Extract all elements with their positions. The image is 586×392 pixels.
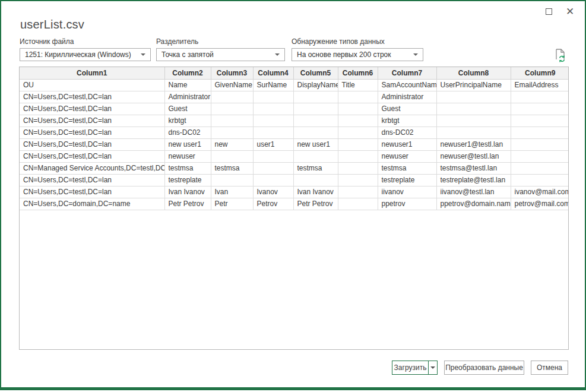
- table-cell: [511, 127, 569, 138]
- transform-data-button[interactable]: Преобразовать данные: [444, 361, 524, 375]
- load-button[interactable]: Загрузить: [392, 361, 428, 374]
- table-cell: new user1: [164, 138, 211, 150]
- load-dropdown-button[interactable]: [428, 361, 437, 374]
- chevron-down-icon: [275, 53, 280, 56]
- table-cell: Ivanov: [253, 186, 293, 198]
- table-cell: CN=Users,DC=testl,DC=lan: [20, 103, 164, 115]
- maximize-button[interactable]: [541, 5, 556, 18]
- table-cell: [211, 103, 253, 115]
- table-cell: newuser: [378, 150, 436, 162]
- preview-table: Column1Column2Column3Column4Column5Colum…: [20, 67, 569, 210]
- table-cell: OU: [20, 79, 164, 91]
- close-button[interactable]: ✕: [562, 5, 578, 18]
- table-cell: dns-DC02: [164, 127, 211, 138]
- table-cell: [293, 115, 338, 127]
- table-cell: testmsa@testl.lan: [436, 162, 511, 174]
- table-cell: user1: [253, 138, 293, 150]
- table-cell: [511, 150, 569, 162]
- table-cell: [211, 127, 253, 138]
- delimiter-value: Точка с запятой: [161, 50, 214, 59]
- table-cell: CN=Users,DC=testl,DC=lan: [20, 91, 164, 103]
- table-cell: [338, 174, 378, 186]
- table-cell: [253, 162, 293, 174]
- table-row: CN=Managed Service Accounts,DC=testl,DC=…: [20, 162, 569, 174]
- table-cell: GivenName: [211, 79, 253, 91]
- table-cell: iivanov@testl.lan: [436, 186, 511, 198]
- table-cell: testreplate: [164, 174, 211, 186]
- file-origin-label: Источник файла: [20, 37, 151, 46]
- column-header: Column6: [338, 67, 378, 79]
- table-cell: [293, 174, 338, 186]
- table-cell: SamAccountName: [378, 79, 436, 91]
- column-header: Column4: [253, 67, 293, 79]
- table-cell: [293, 127, 338, 138]
- table-row: CN=Users,DC=testl,DC=lannewusernewuserne…: [20, 150, 569, 162]
- table-cell: CN=Managed Service Accounts,DC=testl,DC=…: [20, 162, 164, 174]
- table-cell: new user1: [293, 138, 338, 150]
- table-cell: Guest: [164, 103, 211, 115]
- table-cell: ppetrov: [378, 198, 436, 210]
- column-header: Column1: [20, 67, 164, 79]
- table-cell: testmsa: [211, 162, 253, 174]
- delimiter-select[interactable]: Точка с запятой: [156, 48, 285, 61]
- cancel-button[interactable]: Отмена: [531, 361, 568, 375]
- table-row: CN=Users,DC=domain,DC=namePetr PetrovPet…: [20, 198, 569, 210]
- table-cell: [511, 138, 569, 150]
- type-detection-value: На основе первых 200 строк: [297, 50, 391, 59]
- table-cell: CN=Users,DC=testl,DC=lan: [20, 115, 164, 127]
- table-cell: dns-DC02: [378, 127, 436, 138]
- table-cell: Administrator: [378, 91, 436, 103]
- table-cell: Petr Petrov: [293, 198, 338, 210]
- table-cell: [511, 103, 569, 115]
- table-row: CN=Users,DC=testl,DC=lanAdministratorAdm…: [20, 91, 569, 103]
- table-cell: testmsa: [164, 162, 211, 174]
- refresh-preview-button[interactable]: [553, 48, 568, 62]
- table-cell: [293, 103, 338, 115]
- table-cell: newuser1: [378, 138, 436, 150]
- table-cell: ivanov@mail.com: [511, 186, 569, 198]
- table-row: OUNameGivenNameSurNameDisplayNameTitleSa…: [20, 79, 569, 91]
- delimiter-field: Разделитель Точка с запятой: [156, 37, 285, 61]
- table-cell: CN=Users,DC=testl,DC=lan: [20, 174, 164, 186]
- table-cell: [293, 91, 338, 103]
- page-title: userList.csv: [20, 18, 84, 31]
- column-header: Column2: [164, 67, 211, 79]
- table-cell: [511, 91, 569, 103]
- refresh-file-icon: [554, 48, 567, 62]
- table-cell: Petr Petrov: [164, 198, 211, 210]
- header-row: Column1Column2Column3Column4Column5Colum…: [20, 67, 569, 79]
- table-cell: [436, 91, 511, 103]
- table-cell: [253, 115, 293, 127]
- table-cell: [436, 127, 511, 138]
- table-cell: [338, 150, 378, 162]
- table-cell: [253, 150, 293, 162]
- csv-import-dialog: ✕ userList.csv Источник файла 1251: Кири…: [0, 0, 586, 390]
- file-origin-select[interactable]: 1251: Кириллическая (Windows): [20, 48, 151, 61]
- table-cell: [511, 162, 569, 174]
- table-cell: newuser@testl.lan: [436, 150, 511, 162]
- table-cell: [293, 150, 338, 162]
- table-cell: krbtgt: [378, 115, 436, 127]
- table-cell: [211, 150, 253, 162]
- table-cell: newuser1@testl.lan: [436, 138, 511, 150]
- table-cell: Name: [164, 79, 211, 91]
- load-split-button: Загрузить: [392, 361, 438, 375]
- table-cell: newuser: [164, 150, 211, 162]
- type-detection-select[interactable]: На основе первых 200 строк: [292, 48, 423, 61]
- table-cell: [253, 91, 293, 103]
- table-cell: krbtgt: [164, 115, 211, 127]
- table-cell: [338, 198, 378, 210]
- table-cell: [338, 103, 378, 115]
- delimiter-label: Разделитель: [156, 37, 285, 46]
- table-cell: CN=Users,DC=testl,DC=lan: [20, 150, 164, 162]
- column-header: Column9: [511, 67, 569, 79]
- table-cell: [253, 127, 293, 138]
- column-header: Column3: [211, 67, 253, 79]
- chevron-down-icon: [141, 53, 145, 56]
- table-cell: EmailAddress: [511, 79, 569, 91]
- file-origin-value: 1251: Кириллическая (Windows): [25, 50, 131, 59]
- table-cell: [211, 115, 253, 127]
- table-cell: CN=Users,DC=testl,DC=lan: [20, 138, 164, 150]
- table-cell: [436, 103, 511, 115]
- table-row: CN=Users,DC=testl,DC=lantestreplatetestr…: [20, 174, 569, 186]
